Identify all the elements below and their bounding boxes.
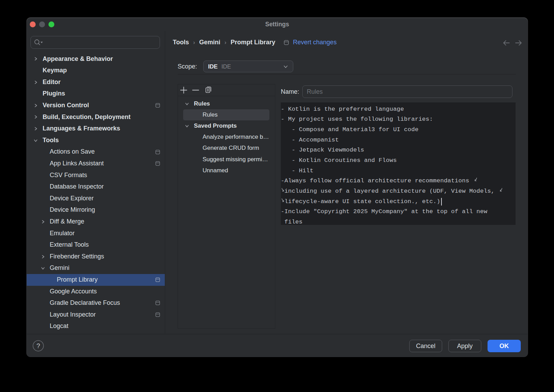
svg-text:?: ? (36, 342, 40, 349)
